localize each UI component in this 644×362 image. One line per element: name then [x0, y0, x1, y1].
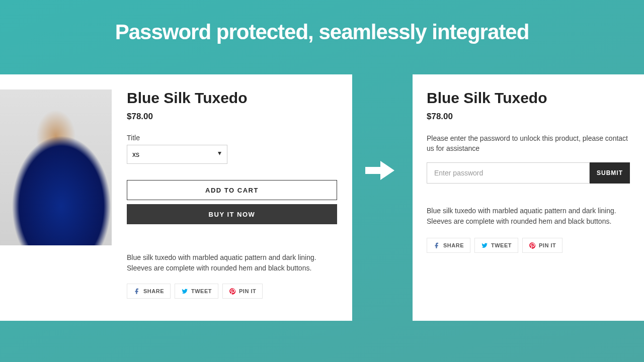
twitter-icon	[181, 288, 188, 295]
share-facebook-label: SHARE	[443, 242, 464, 248]
share-pinterest-button[interactable]: PIN IT	[222, 284, 263, 299]
share-facebook-button-locked[interactable]: SHARE	[427, 238, 470, 253]
product-price-locked: $78.00	[427, 112, 630, 122]
size-label: Title	[127, 134, 337, 142]
add-to-cart-button[interactable]: ADD TO CART	[127, 180, 337, 200]
share-pinterest-label: PIN IT	[539, 242, 556, 248]
product-description-locked: Blue silk tuxedo with marbled aquatic pa…	[427, 206, 630, 227]
password-prompt: Please enter the password to unlock this…	[427, 134, 630, 153]
arrow-icon	[365, 158, 395, 183]
size-select[interactable]: xs	[127, 145, 227, 164]
share-twitter-label: TWEET	[491, 242, 512, 248]
facebook-icon	[433, 242, 440, 249]
share-pinterest-label: PIN IT	[239, 288, 256, 294]
product-panel-unlocked: Blue Silk Tuxedo $78.00 Title xs ADD TO …	[0, 74, 352, 321]
pinterest-icon	[229, 288, 236, 295]
share-pinterest-button-locked[interactable]: PIN IT	[522, 238, 562, 253]
product-panel-locked: Blue Silk Tuxedo $78.00 Please enter the…	[413, 74, 644, 321]
product-description: Blue silk tuxedo with marbled aquatic pa…	[127, 252, 337, 274]
share-facebook-button[interactable]: SHARE	[127, 284, 171, 299]
share-twitter-label: TWEET	[191, 288, 212, 294]
share-facebook-label: SHARE	[143, 288, 164, 294]
product-title-locked: Blue Silk Tuxedo	[427, 89, 630, 107]
share-twitter-button[interactable]: TWEET	[175, 284, 218, 299]
product-price: $78.00	[127, 112, 337, 122]
product-title: Blue Silk Tuxedo	[127, 89, 337, 107]
buy-now-button[interactable]: BUY IT NOW	[127, 204, 337, 224]
submit-button[interactable]: SUBMIT	[590, 162, 630, 184]
page-headline: Password protected, seamlessly integrate…	[0, 0, 644, 44]
twitter-icon	[481, 242, 488, 249]
pinterest-icon	[529, 242, 536, 249]
share-twitter-button-locked[interactable]: TWEET	[474, 238, 518, 253]
password-input[interactable]	[427, 162, 590, 184]
facebook-icon	[133, 288, 140, 295]
product-image	[0, 89, 112, 245]
